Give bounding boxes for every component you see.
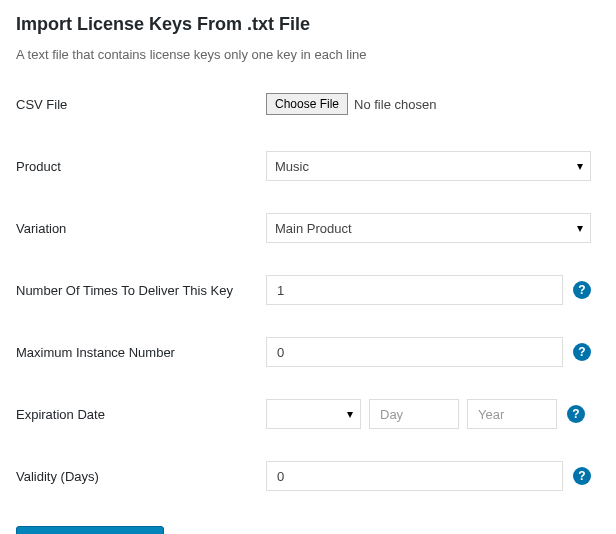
label-max-instance: Maximum Instance Number (16, 345, 266, 360)
page-title: Import License Keys From .txt File (16, 14, 600, 35)
row-variation: Variation Main Product (16, 212, 600, 244)
product-select[interactable]: Music (266, 151, 591, 181)
label-csv-file: CSV File (16, 97, 266, 112)
import-button[interactable]: Import License Keys (16, 526, 164, 534)
label-deliver-times: Number Of Times To Deliver This Key (16, 283, 266, 298)
expiration-year-input[interactable] (467, 399, 557, 429)
page-description: A text file that contains license keys o… (16, 47, 600, 62)
validity-input[interactable] (266, 461, 563, 491)
variation-select[interactable]: Main Product (266, 213, 591, 243)
row-csv-file: CSV File Choose File No file chosen (16, 88, 600, 120)
expiration-month-select[interactable] (266, 399, 361, 429)
row-validity: Validity (Days) ? (16, 460, 600, 492)
help-icon[interactable]: ? (573, 467, 591, 485)
help-icon[interactable]: ? (573, 343, 591, 361)
label-product: Product (16, 159, 266, 174)
row-expiration: Expiration Date ? (16, 398, 600, 430)
file-status-text: No file chosen (354, 97, 436, 112)
expiration-day-input[interactable] (369, 399, 459, 429)
row-max-instance: Maximum Instance Number ? (16, 336, 600, 368)
row-deliver-times: Number Of Times To Deliver This Key ? (16, 274, 600, 306)
help-icon[interactable]: ? (573, 281, 591, 299)
deliver-times-input[interactable] (266, 275, 563, 305)
choose-file-button[interactable]: Choose File (266, 93, 348, 115)
row-product: Product Music (16, 150, 600, 182)
label-expiration: Expiration Date (16, 407, 266, 422)
max-instance-input[interactable] (266, 337, 563, 367)
label-variation: Variation (16, 221, 266, 236)
help-icon[interactable]: ? (567, 405, 585, 423)
label-validity: Validity (Days) (16, 469, 266, 484)
